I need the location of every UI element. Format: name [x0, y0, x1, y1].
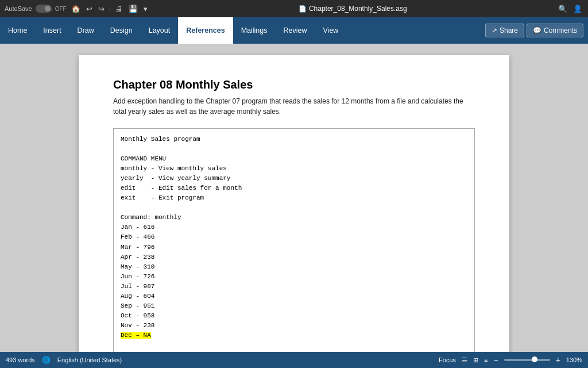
titlebar-left: AutoSave OFF 🏠 ↩ ↪ | 🖨 💾 ▾: [5, 3, 149, 14]
align-left-icon[interactable]: ≡: [484, 356, 488, 363]
comments-icon: 💬: [533, 26, 541, 34]
autosave-toggle[interactable]: [36, 5, 52, 13]
doc-page: Chapter 08 Monthly Sales Add exception h…: [79, 55, 509, 352]
doc-subtitle: Add exception handling to the Chapter 07…: [113, 96, 475, 117]
search-icon[interactable]: 🔍: [557, 3, 568, 14]
titlebar-center: 📄 Chapter_08_Monthly_Sales.asg: [299, 5, 407, 13]
autosave-state: OFF: [55, 6, 67, 12]
word-count: 493 words: [6, 356, 35, 363]
statusbar-right: Focus ☰ ⊞ ≡ − + 130%: [439, 355, 582, 365]
zoom-slider[interactable]: [504, 359, 550, 361]
share-icon: ↗: [492, 26, 497, 34]
sep1: |: [109, 5, 111, 12]
list-icon[interactable]: ☰: [462, 356, 467, 364]
ribbon: Home Insert Draw Design Layout Reference…: [0, 17, 588, 44]
comments-button[interactable]: 💬 Comments: [527, 24, 583, 37]
tab-references[interactable]: References: [178, 17, 233, 44]
tab-design[interactable]: Design: [102, 17, 141, 44]
tab-home[interactable]: Home: [0, 17, 35, 44]
tab-mailings[interactable]: Mailings: [233, 17, 276, 44]
zoom-level: 130%: [566, 356, 582, 363]
doc-title: Chapter 08 Monthly Sales: [113, 78, 475, 91]
focus-label[interactable]: Focus: [439, 356, 456, 363]
file-title: Chapter_08_Monthly_Sales.asg: [309, 5, 407, 13]
highlight-dec-na: Dec – NA: [121, 332, 151, 339]
tab-review[interactable]: Review: [276, 17, 315, 44]
tab-view[interactable]: View: [315, 17, 347, 44]
titlebar: AutoSave OFF 🏠 ↩ ↪ | 🖨 💾 ▾ 📄 Chapter_08_…: [0, 0, 588, 17]
plus-icon[interactable]: +: [556, 355, 560, 365]
tab-insert[interactable]: Insert: [35, 17, 69, 44]
share-button[interactable]: ↗ Share: [485, 24, 524, 37]
code-block: Monthly Sales program COMMAND MENU month…: [113, 128, 475, 352]
undo-icon[interactable]: ↩: [85, 3, 94, 14]
print-icon[interactable]: 🖨: [114, 3, 124, 14]
minus-icon[interactable]: −: [493, 355, 498, 365]
dropdown-icon[interactable]: ▾: [142, 3, 149, 14]
statusbar: 493 words 🌐 English (United States) Focu…: [0, 352, 588, 368]
titlebar-right: 🔍 👤: [557, 3, 583, 14]
document-area: Chapter 08 Monthly Sales Add exception h…: [0, 44, 588, 352]
tab-draw[interactable]: Draw: [69, 17, 102, 44]
autosave-label: AutoSave: [5, 5, 32, 12]
tab-layout[interactable]: Layout: [141, 17, 179, 44]
save-icon[interactable]: 💾: [127, 3, 139, 14]
file-icon: 📄: [299, 5, 307, 13]
ribbon-actions: ↗ Share 💬 Comments: [485, 17, 588, 44]
language: English (United States): [57, 356, 122, 363]
user-icon[interactable]: 👤: [572, 3, 583, 14]
language-icon: 🌐: [42, 356, 51, 364]
layout-icon[interactable]: ⊞: [473, 356, 478, 364]
home-icon[interactable]: 🏠: [70, 3, 82, 14]
redo-icon[interactable]: ↪: [97, 3, 106, 14]
